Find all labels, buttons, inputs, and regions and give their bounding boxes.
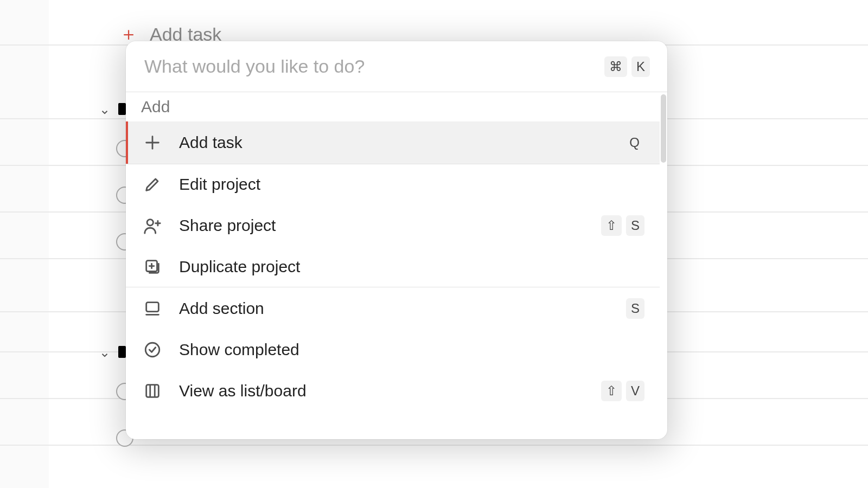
command-palette-body: Add Add taskQEdit projectShare project⇧S… [126, 92, 667, 439]
plus-icon [143, 133, 162, 152]
command-item[interactable]: Show completed [126, 330, 660, 370]
kbd-key: ⌘ [604, 56, 627, 77]
check-circle-icon [143, 341, 162, 359]
command-item[interactable]: Duplicate project [126, 247, 660, 287]
command-item[interactable]: Add taskQ [126, 121, 660, 164]
kbd-key: ⇧ [601, 381, 622, 401]
kbd-key: S [626, 215, 644, 236]
kbd-key: K [631, 56, 650, 77]
command-item-label: Show completed [179, 341, 644, 359]
person-plus-icon [143, 216, 162, 235]
svg-point-2 [147, 220, 153, 226]
kbd-key: S [626, 298, 644, 319]
board-icon [143, 382, 162, 400]
command-item-label: View as list/board [179, 382, 584, 400]
command-item-label: Duplicate project [179, 258, 644, 276]
command-palette-list: Add Add taskQEdit projectShare project⇧S… [126, 92, 660, 439]
command-item-label: Edit project [179, 175, 644, 194]
command-palette-header: ⌘ K [126, 41, 667, 92]
command-palette: ⌘ K Add Add taskQEdit projectShare proje… [126, 41, 667, 439]
command-palette-input[interactable] [143, 55, 596, 78]
svg-rect-11 [146, 385, 159, 397]
command-item[interactable]: Add sectionS [126, 287, 660, 330]
kbd-key: V [626, 381, 644, 401]
command-item-shortcut: ⇧V [601, 381, 644, 401]
kbd-key: Q [624, 132, 644, 153]
command-item[interactable]: View as list/board⇧V [126, 370, 660, 412]
command-item-label: Add task [179, 133, 607, 152]
command-section-header: Add [126, 92, 660, 121]
command-palette-shortcut: ⌘ K [604, 56, 650, 77]
duplicate-icon [143, 258, 162, 276]
command-item-label: Share project [179, 216, 584, 235]
left-margin-strip [0, 0, 49, 488]
scrollbar-track[interactable] [660, 92, 667, 439]
kbd-key: ⇧ [601, 215, 622, 236]
section-icon [143, 299, 162, 318]
command-item-shortcut: S [626, 298, 644, 319]
command-item[interactable]: Edit project [126, 164, 660, 204]
scrollbar-thumb[interactable] [661, 94, 666, 163]
section-title-fragment [118, 103, 126, 115]
section-collapse-chevron[interactable] [99, 349, 111, 361]
command-item-label: Add section [179, 299, 609, 318]
svg-point-10 [145, 343, 159, 357]
section-title-fragment [118, 346, 126, 358]
svg-rect-8 [146, 303, 159, 312]
command-item-shortcut: Q [624, 132, 644, 153]
pencil-icon [143, 175, 162, 194]
command-item[interactable]: Share project⇧S [126, 204, 660, 247]
command-item-shortcut: ⇧S [601, 215, 644, 236]
section-collapse-chevron[interactable] [99, 106, 111, 118]
